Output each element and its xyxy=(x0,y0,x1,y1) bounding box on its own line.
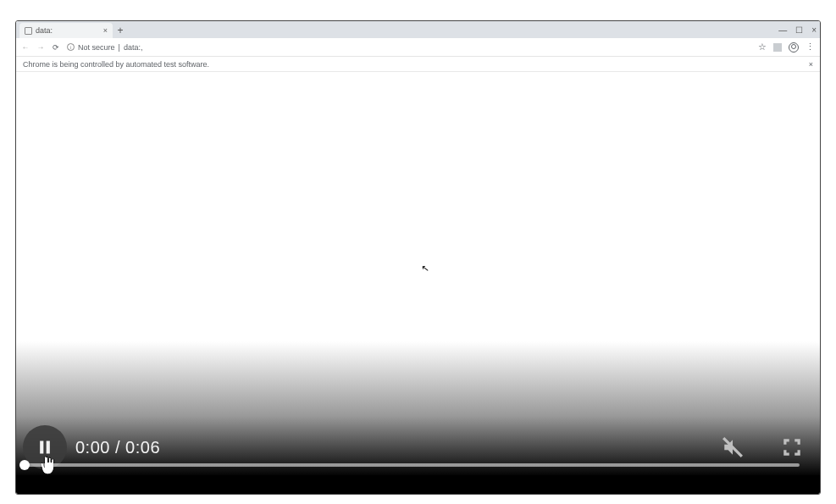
video-duration: 0:06 xyxy=(125,438,160,457)
video-progress-bar[interactable] xyxy=(25,463,800,467)
window-close-button[interactable]: × xyxy=(811,25,817,35)
bookmark-star-icon[interactable]: ☆ xyxy=(758,42,767,53)
browser-window: data: × + — ☐ × ← → ⟳ i Not secure | dat… xyxy=(15,20,821,495)
page-icon xyxy=(25,27,32,35)
browser-tab[interactable]: data: × xyxy=(19,23,113,38)
mouse-cursor-icon: ↖ xyxy=(420,262,429,274)
reload-button[interactable]: ⟳ xyxy=(52,43,60,52)
url-text: data:, xyxy=(124,43,143,52)
svg-rect-0 xyxy=(40,441,43,454)
browser-menu-icon[interactable]: ⋮ xyxy=(806,42,815,53)
new-tab-button[interactable]: + xyxy=(113,23,128,38)
forward-button[interactable]: → xyxy=(36,43,45,52)
url-separator: | xyxy=(119,43,120,52)
video-current-time: 0:00 xyxy=(75,438,110,457)
video-progress-thumb[interactable] xyxy=(19,460,30,470)
volume-muted-icon[interactable] xyxy=(722,436,744,458)
address-bar: ← → ⟳ i Not secure | data:, ☆ ⋮ xyxy=(16,38,820,57)
video-time-display: 0:00 / 0:06 xyxy=(75,438,160,457)
extension-icon[interactable] xyxy=(773,43,782,52)
window-controls: — ☐ × xyxy=(778,21,817,38)
url-area[interactable]: i Not secure | data:, xyxy=(67,43,751,52)
video-controls: 0:00 / 0:06 xyxy=(16,419,820,475)
not-secure-label: Not secure xyxy=(78,43,115,52)
automation-info-close-icon[interactable]: × xyxy=(809,60,813,69)
tab-title: data: xyxy=(36,26,53,35)
maximize-button[interactable]: ☐ xyxy=(795,25,803,35)
profile-icon[interactable] xyxy=(789,42,799,53)
pause-icon xyxy=(36,439,53,456)
tab-close-icon[interactable]: × xyxy=(103,26,108,35)
back-button[interactable]: ← xyxy=(21,43,30,52)
automation-info-text: Chrome is being controlled by automated … xyxy=(23,60,209,69)
video-bottom-strip xyxy=(16,475,820,494)
svg-rect-1 xyxy=(47,441,50,454)
site-info-icon[interactable]: i xyxy=(67,43,75,51)
automation-info-bar: Chrome is being controlled by automated … xyxy=(16,57,820,72)
video-player[interactable]: ↖ 0:00 / 0:06 xyxy=(16,72,820,494)
minimize-button[interactable]: — xyxy=(778,25,787,35)
fullscreen-icon[interactable] xyxy=(781,436,803,458)
tab-strip: data: × + — ☐ × xyxy=(16,21,820,38)
video-time-separator: / xyxy=(110,438,125,457)
